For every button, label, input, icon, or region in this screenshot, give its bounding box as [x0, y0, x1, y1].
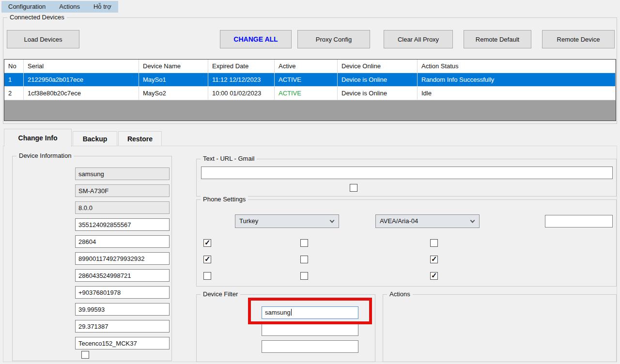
menu-items-strip: Configuration Actions Hỗ trợ	[1, 1, 118, 13]
cell-action-status: Random Info Successfully	[418, 73, 616, 86]
fake-location-checkbox[interactable]	[430, 272, 438, 280]
iccid-input[interactable]	[75, 252, 170, 265]
col-device-online: Device Online	[338, 60, 418, 73]
devices-table-header: No Serial Device Name Expired Date Activ…	[4, 60, 616, 73]
remote-device-button[interactable]: Remote Device	[542, 30, 615, 48]
longitude-input[interactable]	[75, 320, 170, 333]
tab-restore[interactable]: Restore	[118, 131, 162, 146]
app-window: Configuration Actions Hỗ trợ Connected D…	[0, 0, 620, 364]
filter-brand-value: samsung	[265, 309, 291, 316]
khong-wipe-google-data-checkbox[interactable]	[300, 256, 308, 263]
sim-subcriber-id-input[interactable]	[75, 269, 170, 282]
fixed-sim-code-input[interactable]	[545, 215, 613, 228]
android-os-input[interactable]	[75, 201, 170, 214]
connected-devices-title: Connected Devices	[7, 14, 67, 21]
filter-brand-input[interactable]: samsung	[262, 306, 358, 319]
logout-gmail-checkbox[interactable]	[300, 239, 308, 247]
cell-no: 1	[4, 73, 24, 86]
cell-device-name: MaySo1	[139, 73, 208, 86]
col-no: No	[4, 60, 24, 73]
country-select[interactable]: Turkey	[235, 214, 339, 228]
proxy-config-button[interactable]: Proxy Config	[297, 30, 370, 48]
text-url-gmail-title: Text - URL - Gmail	[201, 155, 257, 162]
device-information-title: Device Information	[16, 152, 74, 159]
imei-input[interactable]	[75, 218, 170, 231]
text-url-gmail-input[interactable]	[201, 167, 613, 179]
model-input[interactable]	[75, 184, 170, 197]
brand-input[interactable]	[75, 167, 170, 180]
sim-code-input[interactable]	[75, 235, 170, 248]
carrier-select[interactable]: AVEA/Aria-04	[375, 214, 480, 228]
load-devices-button[interactable]: Load Devices	[7, 30, 79, 48]
clear-all-proxy-button[interactable]: Clear All Proxy	[384, 30, 453, 48]
random-carrier-checkbox[interactable]	[430, 239, 438, 247]
col-device-name: Device Name	[139, 60, 208, 73]
menu-bar: Configuration Actions Hỗ trợ	[0, 0, 620, 14]
cell-active: ACTIVE	[275, 87, 338, 100]
country-value: Turkey	[239, 217, 258, 225]
cell-serial: 1cf38e80b20c7ece	[24, 87, 139, 100]
remote-default-button[interactable]: Remote Default	[464, 30, 531, 48]
carrier-value: AVEA/Aria-04	[380, 217, 418, 225]
cell-no: 2	[4, 87, 24, 100]
table-row[interactable]: 2 1cf38e80b20c7ece MaySo2 10:00 01/02/20…	[4, 87, 616, 100]
cell-action-status: Idle	[418, 87, 616, 100]
tab-backup[interactable]: Backup	[73, 131, 117, 146]
cell-expired-date: 11:12 12/12/2023	[208, 73, 275, 86]
wifi-name-input[interactable]	[75, 337, 170, 349]
change-all-button[interactable]: CHANGE ALL	[220, 30, 292, 48]
actions-title: Actions	[387, 290, 413, 298]
filter-android-os-input[interactable]	[262, 340, 358, 353]
col-serial: Serial	[24, 60, 139, 73]
cell-active: ACTIVE	[275, 73, 338, 86]
tab-change-info[interactable]: Change Info	[4, 129, 72, 147]
actions-group: Actions	[383, 294, 617, 362]
cell-expired-date: 10:00 01/02/2023	[208, 87, 275, 100]
cell-device-online: Device is Online	[338, 73, 418, 86]
menu-configuration[interactable]: Configuration	[1, 1, 52, 13]
pass-safetynet-checkbox[interactable]	[203, 239, 211, 247]
menu-actions[interactable]: Actions	[52, 1, 87, 13]
menu-ho-tro[interactable]: Hỗ trợ	[87, 1, 118, 13]
fake-sim-info-checkbox[interactable]	[203, 256, 211, 263]
text-cursor	[291, 309, 292, 316]
col-action-status: Action Status	[418, 60, 616, 73]
cell-device-name: MaySo2	[139, 87, 208, 100]
chevron-down-icon	[330, 218, 335, 223]
go-ung-dung-checkbox[interactable]	[300, 272, 308, 280]
cell-serial: 2122950a2b017ece	[24, 73, 139, 86]
phone-settings-title: Phone Settings	[201, 196, 248, 203]
chevron-down-icon	[470, 218, 475, 223]
manual-wifi-name-checkbox[interactable]	[81, 351, 89, 359]
latitude-input[interactable]	[75, 303, 170, 316]
table-row[interactable]: 1 2122950a2b017ece MaySo1 11:12 12/12/20…	[4, 73, 616, 87]
devices-table[interactable]: No Serial Device Name Expired Date Activ…	[4, 59, 616, 121]
change-timezone-checkbox[interactable]	[430, 256, 438, 263]
use-adb-keyboard-checkbox[interactable]	[350, 184, 357, 192]
col-active: Active	[275, 60, 338, 73]
device-filter-title: Device Filter	[201, 290, 240, 298]
fake-mac-address-checkbox[interactable]	[203, 272, 211, 280]
cell-device-online: Device is Online	[338, 87, 418, 100]
phone-settings-group: Phone Settings	[196, 199, 617, 287]
filter-model-input[interactable]	[262, 323, 358, 336]
phone-number-input[interactable]	[75, 286, 170, 299]
col-expired-date: Expired Date	[208, 60, 275, 73]
